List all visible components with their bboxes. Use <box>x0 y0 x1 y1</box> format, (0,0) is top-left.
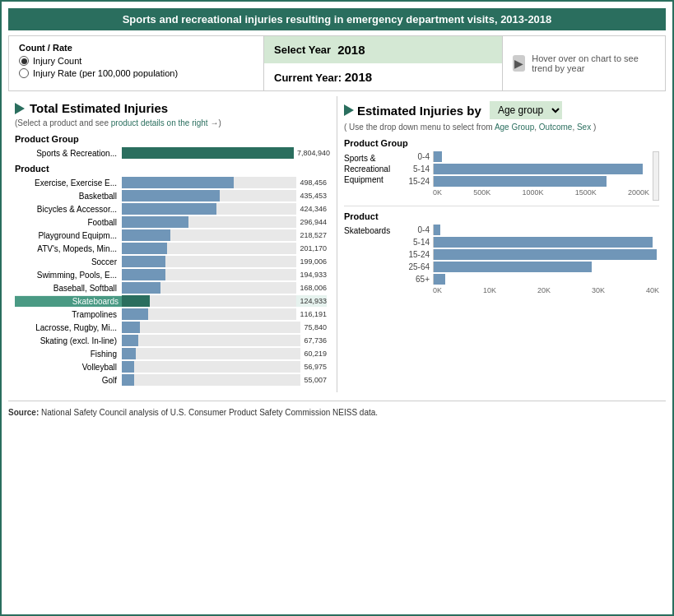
product-row[interactable]: Volleyball56,975 <box>15 361 327 373</box>
product-row[interactable]: Skateboards124,933 <box>15 295 327 307</box>
age-label-15-24: 15-24 <box>402 177 433 186</box>
product-row[interactable]: Fishing60,219 <box>15 348 327 359</box>
skate-age-25-64: 25-64 <box>402 262 433 271</box>
hover-hint-section: ▶ Hover over on chart to see trend by ye… <box>503 36 665 90</box>
product-bar-value: 435,453 <box>300 192 327 200</box>
product-bar-fill <box>122 282 160 294</box>
product-bar-fill <box>122 361 134 373</box>
product-row[interactable]: Baseball, Softball168,006 <box>15 282 327 294</box>
age-group-link[interactable]: Age Group <box>495 123 534 132</box>
right-divider <box>344 206 659 206</box>
product-bar-value: 75,840 <box>304 323 327 331</box>
right-prod-container-4 <box>433 262 659 272</box>
left-section-header: Total Estimated Injuries <box>15 101 330 115</box>
product-row[interactable]: Golf55,007 <box>15 374 327 386</box>
product-row[interactable]: Exercise, Exercise E...498,456 <box>15 177 327 188</box>
product-bar-value: 296,944 <box>300 218 327 226</box>
group-axis-labels: 0K500K1000K1500K2000K <box>402 188 649 197</box>
right-product-chart: Skateboards 0-4 5-14 <box>344 225 659 294</box>
product-list[interactable]: Exercise, Exercise E...498,456Basketball… <box>15 177 330 387</box>
product-bar-value: 498,456 <box>300 178 327 187</box>
product-bar-container <box>122 348 300 359</box>
select-year-section: Select Year 2018 Current Year: 2018 <box>264 36 503 90</box>
right-prod-bar-1 <box>434 225 440 235</box>
age-label-5-14: 5-14 <box>402 164 433 174</box>
product-bar-value: 56,975 <box>304 363 327 371</box>
product-bar-fill <box>122 256 165 267</box>
play-icon-right <box>344 104 354 116</box>
product-bar-fill <box>122 203 216 215</box>
play-icon-left <box>15 103 25 114</box>
product-row[interactable]: Skating (excl. In-line)67,736 <box>15 335 327 346</box>
outcome-link[interactable]: Outcome <box>539 123 573 132</box>
radio-group: Injury Count Injury Rate (per 100,000 po… <box>19 56 253 78</box>
injury-count-radio[interactable]: Injury Count <box>19 56 253 66</box>
right-group-bar-row-3: 15-24 <box>402 176 649 187</box>
right-bar-container-3 <box>433 176 649 187</box>
select-year-top: Select Year 2018 <box>264 36 502 63</box>
product-bar-value: 124,933 <box>300 297 327 305</box>
product-bar-value: 60,219 <box>304 350 327 358</box>
right-bar-fill-1 <box>434 151 442 162</box>
product-bar-fill <box>122 229 170 241</box>
product-row[interactable]: Bicycles & Accessor...424,346 <box>15 203 327 215</box>
right-prod-bar-row-4: 25-64 <box>402 262 659 272</box>
cursor-icon: ▶ <box>513 55 525 72</box>
product-bar-label: Lacrosse, Rugby, Mi... <box>15 323 122 332</box>
source-bar: Source: National Safety Council analysis… <box>8 401 666 417</box>
current-year-bar: Current Year: 2018 <box>264 63 502 90</box>
age-group-dropdown[interactable]: Age group Outcome Sex <box>490 101 562 119</box>
product-bar-label: Trampolines <box>15 310 122 319</box>
right-scrollbar[interactable] <box>653 151 659 201</box>
right-prod-container-1 <box>433 225 659 235</box>
right-prod-bar-5 <box>434 274 445 285</box>
product-group-bar <box>122 147 294 159</box>
product-bar-fill <box>122 269 165 280</box>
skate-age-15-24: 15-24 <box>402 250 433 259</box>
product-row[interactable]: Lacrosse, Rugby, Mi...75,840 <box>15 322 327 333</box>
current-year-label: Current Year: <box>274 72 342 84</box>
right-product-group-chart: Sports &RecreationalEquipment 0-4 5-14 <box>344 151 659 201</box>
source-text: National Safety Council analysis of U.S.… <box>41 408 378 417</box>
product-bar-fill <box>122 335 138 346</box>
product-bar-value: 67,736 <box>304 336 327 345</box>
count-rate-label: Count / Rate <box>19 43 253 53</box>
product-row[interactable]: Playground Equipm...218,527 <box>15 229 327 241</box>
count-rate-section: Count / Rate Injury Count Injury Rate (p… <box>9 36 264 90</box>
product-bar-label: Basketball <box>15 192 122 201</box>
product-row[interactable]: Football296,944 <box>15 216 327 228</box>
right-product-group-label: Product Group <box>344 138 659 148</box>
product-row[interactable]: Basketball435,453 <box>15 190 327 201</box>
product-row[interactable]: ATV's, Mopeds, Min...201,170 <box>15 243 327 254</box>
product-bar-container <box>122 190 296 201</box>
product-bar-container <box>122 308 296 320</box>
product-bar-label: Exercise, Exercise E... <box>15 178 122 188</box>
product-bar-value: 168,006 <box>300 284 327 292</box>
product-bar-label: ATV's, Mopeds, Min... <box>15 244 122 253</box>
hover-hint-text: Hover over on chart to see trend by year <box>532 53 655 73</box>
product-group-value: 7,804,940 <box>297 149 330 157</box>
product-bar-container <box>122 216 296 228</box>
source-label: Source: <box>8 408 39 417</box>
product-row[interactable]: Trampolines116,191 <box>15 308 327 320</box>
product-bar-container <box>122 243 296 254</box>
right-section-header: Estimated Injuries by Age group Outcome … <box>344 101 659 119</box>
product-bar-label: Soccer <box>15 257 122 266</box>
radio-circle-count <box>19 56 29 66</box>
product-bar-label: Golf <box>15 376 122 385</box>
right-prod-bar-row-5: 65+ <box>402 274 659 285</box>
product-bar-label: Playground Equipm... <box>15 231 122 240</box>
injury-rate-radio[interactable]: Injury Rate (per 100,000 population) <box>19 68 253 78</box>
product-row[interactable]: Soccer199,006 <box>15 256 327 267</box>
product-details-link[interactable]: product details on the right <box>111 118 208 127</box>
right-prod-container-5 <box>433 274 659 285</box>
product-group-row[interactable]: Sports & Recreation... 7,804,940 <box>15 147 330 159</box>
product-bar-container <box>122 282 296 294</box>
product-row[interactable]: Swimming, Pools, E...194,933 <box>15 269 327 280</box>
select-year-label: Select Year <box>274 44 331 56</box>
year-value[interactable]: 2018 <box>337 43 365 57</box>
sex-link[interactable]: Sex <box>577 123 591 132</box>
product-bar-fill <box>122 374 134 386</box>
product-bar-label: Skating (excl. In-line) <box>15 336 122 345</box>
product-bar-value: 116,191 <box>300 310 327 318</box>
